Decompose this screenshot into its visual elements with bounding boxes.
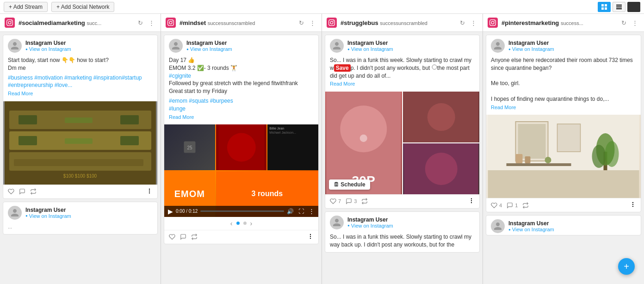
comment-action-1-1[interactable] bbox=[19, 188, 25, 195]
list-view-button[interactable] bbox=[613, 2, 625, 12]
post-platform-1-bottom[interactable]: View on Instagram bbox=[25, 213, 71, 219]
add-fab-button[interactable]: + bbox=[618, 258, 635, 275]
svg-rect-11 bbox=[19, 115, 37, 124]
post-header-2-1: Instagram User View on Instagram bbox=[164, 35, 318, 55]
like-action-4-1[interactable]: 4 bbox=[491, 202, 502, 209]
svg-point-37 bbox=[425, 153, 457, 185]
post-platform-3-1[interactable]: View on Instagram bbox=[347, 46, 393, 52]
col-header-actions-1: ↻ ⋮ bbox=[136, 19, 156, 27]
col-title-3: #strugglebus bbox=[341, 19, 378, 26]
instagram-icon-3 bbox=[327, 18, 337, 28]
share-action-1-1[interactable] bbox=[30, 188, 37, 195]
fullscreen-icon[interactable]: ⛶ bbox=[298, 208, 304, 215]
col-header-4: #pinterestmarketing success... ↻ ⋮ bbox=[483, 14, 644, 32]
play-button[interactable]: ▶ bbox=[168, 208, 173, 215]
read-more-3-1[interactable]: Read More bbox=[330, 80, 475, 87]
add-stream-button[interactable]: + Add Stream bbox=[4, 2, 48, 12]
progress-bar[interactable] bbox=[200, 210, 284, 212]
post-username-3-1: Instagram User bbox=[347, 40, 393, 46]
post-body-1-1: Start today, start now 👇👇 how to start?D… bbox=[3, 55, 157, 101]
more-button-2[interactable]: ⋮ bbox=[308, 19, 317, 27]
read-more-2-1[interactable]: Read More bbox=[169, 114, 314, 121]
like-action-3-1[interactable]: 7 bbox=[330, 198, 341, 204]
post-card-1-1: Instagram User View on Instagram Start t… bbox=[3, 35, 158, 199]
comment-action-2-1[interactable] bbox=[180, 234, 186, 240]
grid-view-button[interactable] bbox=[598, 2, 611, 12]
refresh-button-4[interactable]: ↻ bbox=[620, 19, 628, 27]
share-action-2-1[interactable] bbox=[191, 234, 198, 240]
avatar-2-1 bbox=[169, 39, 183, 53]
svg-rect-46 bbox=[557, 124, 581, 152]
comment-action-4-1[interactable]: 1 bbox=[507, 202, 518, 209]
post-header-1-bottom: Instagram User View on Instagram bbox=[3, 202, 157, 222]
like-action-2-1[interactable] bbox=[169, 234, 175, 240]
refresh-button-1[interactable]: ↻ bbox=[136, 19, 144, 27]
svg-point-39 bbox=[471, 200, 472, 201]
read-more-4-1[interactable]: Read More bbox=[491, 104, 636, 111]
svg-rect-3 bbox=[605, 7, 607, 10]
instagram-icon-1 bbox=[5, 18, 15, 28]
svg-point-29 bbox=[432, 65, 437, 69]
post-platform-3-2[interactable]: View on Instagram bbox=[347, 223, 393, 228]
avatar-1-bottom bbox=[8, 206, 22, 220]
refresh-button-3[interactable]: ↻ bbox=[458, 19, 466, 27]
post-user-info-2-1: Instagram User View on Instagram bbox=[186, 40, 232, 52]
volume-icon[interactable]: 🔊 bbox=[287, 208, 294, 215]
next-carousel-button[interactable]: › bbox=[250, 220, 253, 227]
more-button-3[interactable]: ⋮ bbox=[469, 19, 478, 27]
svg-point-55 bbox=[632, 202, 633, 203]
column-strugglebus: #strugglebus successunscrambled ↻ ⋮ Inst… bbox=[322, 14, 483, 284]
svg-rect-17 bbox=[14, 159, 143, 166]
post-more-4-1[interactable] bbox=[630, 201, 636, 209]
more-video-icon[interactable]: ⋮ bbox=[309, 208, 315, 215]
prev-carousel-button[interactable]: ‹ bbox=[230, 220, 233, 227]
post-username-2-1: Instagram User bbox=[186, 40, 232, 46]
video-placeholder-2-1: 25 Billie JeanMichael Jackson... EMOM 3 bbox=[164, 124, 318, 217]
post-platform-4-1[interactable]: View on Instagram bbox=[508, 46, 554, 52]
share-action-4-1[interactable] bbox=[522, 202, 529, 209]
dark-view-button[interactable] bbox=[627, 2, 640, 12]
post-body-1-bottom: ... bbox=[3, 222, 157, 234]
svg-rect-13 bbox=[19, 136, 37, 145]
svg-rect-12 bbox=[120, 115, 139, 124]
more-button-4[interactable]: ⋮ bbox=[631, 19, 639, 27]
avatar-1-1 bbox=[8, 39, 22, 53]
video-cell-2 bbox=[216, 124, 267, 170]
svg-point-53 bbox=[592, 145, 606, 168]
column-mindset: #mindset successunscrambled ↻ ⋮ Instagra… bbox=[161, 14, 322, 284]
post-more-1-1[interactable] bbox=[146, 188, 153, 196]
carousel-dot-active bbox=[236, 222, 240, 225]
video-time: 0:00 / 0:12 bbox=[176, 209, 198, 214]
post-text-1-1: Start today, start now 👇👇 how to start?D… bbox=[8, 56, 153, 72]
post-more-2-1[interactable] bbox=[307, 233, 314, 241]
post-more-3-1[interactable] bbox=[468, 198, 475, 205]
post-body-4-1: Anyone else here redecorated their room … bbox=[486, 55, 641, 115]
read-more-1-1[interactable]: Read More bbox=[8, 90, 153, 97]
collage-3-1: 30P 🗓 Schedule bbox=[325, 92, 479, 194]
post-body-2-1: Day 17 👍EMOM 3.2 ✅- 3 rounds 🏋#cgigniteF… bbox=[164, 55, 318, 124]
more-button-1[interactable]: ⋮ bbox=[147, 19, 156, 27]
like-count-3-1: 7 bbox=[338, 198, 341, 204]
refresh-button-2[interactable]: ↻ bbox=[297, 19, 305, 27]
schedule-button[interactable]: 🗓 Schedule bbox=[329, 179, 370, 190]
post-platform-2-1[interactable]: View on Instagram bbox=[186, 46, 232, 52]
share-action-3-1[interactable] bbox=[361, 198, 368, 204]
svg-rect-2 bbox=[601, 7, 604, 10]
collage-cell-bottom-right bbox=[403, 143, 480, 194]
post-platform-4-2[interactable]: View on Instagram bbox=[508, 227, 554, 232]
comment-action-3-1[interactable]: 3 bbox=[346, 198, 357, 204]
instagram-icon-4 bbox=[488, 18, 498, 28]
svg-point-57 bbox=[632, 206, 633, 207]
svg-rect-16 bbox=[65, 138, 93, 144]
post-text-4-1: Anyone else here redecorated their room … bbox=[491, 56, 636, 103]
svg-point-28 bbox=[310, 238, 311, 239]
post-header-3-2: Instagram User View on Instagram bbox=[325, 212, 479, 231]
post-card-2-1: Instagram User View on Instagram Day 17 … bbox=[164, 35, 319, 244]
col-header-2: #mindset successunscrambled ↻ ⋮ bbox=[161, 14, 322, 32]
svg-point-19 bbox=[149, 188, 150, 189]
post-platform-1-1[interactable]: View on Instagram bbox=[25, 46, 71, 52]
add-social-network-button[interactable]: + Add Social Network bbox=[51, 2, 114, 12]
like-action-1-1[interactable] bbox=[8, 188, 14, 195]
col-subtitle-2: successunscrambled bbox=[208, 20, 255, 26]
svg-rect-14 bbox=[120, 136, 139, 145]
